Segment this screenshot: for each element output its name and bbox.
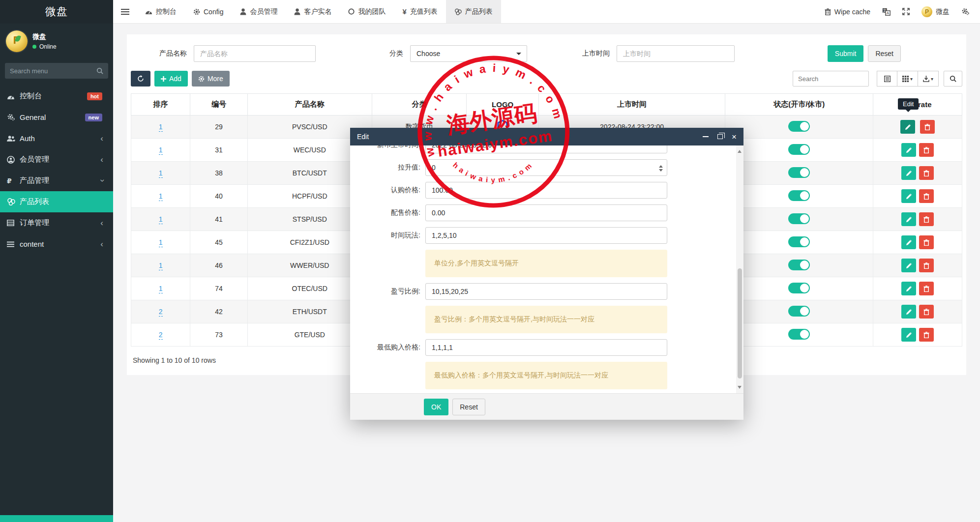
sidebar-item-auth[interactable]: Auth ‹ xyxy=(0,128,113,149)
modal-scrollbar[interactable] xyxy=(736,145,743,393)
delete-button[interactable] xyxy=(919,212,934,226)
scrollbar-thumb[interactable] xyxy=(738,268,742,378)
sort-link[interactable]: 1 xyxy=(159,169,163,178)
sidebar-item-dashboard[interactable]: 控制台 hot xyxy=(0,86,113,107)
delete-button[interactable] xyxy=(919,189,934,203)
listing-time-input[interactable] xyxy=(617,45,735,62)
pull-value-input[interactable] xyxy=(425,159,667,176)
delete-button[interactable] xyxy=(919,166,934,180)
sidebar-footer-bar[interactable] xyxy=(0,515,113,522)
allot-price-input[interactable] xyxy=(425,204,667,221)
sidebar-item-orders[interactable]: 订单管理 ‹ xyxy=(0,212,113,233)
maximize-icon[interactable] xyxy=(717,134,723,139)
refresh-button[interactable] xyxy=(131,71,150,87)
status-toggle[interactable] xyxy=(788,260,810,270)
subscribe-price-input[interactable] xyxy=(425,182,667,199)
sort-link[interactable]: 1 xyxy=(159,215,163,224)
number-spinner-icon[interactable] xyxy=(659,163,663,174)
minimize-icon[interactable] xyxy=(703,136,709,137)
edit-button[interactable] xyxy=(900,120,915,134)
nav-tab-product-list[interactable]: 产品列表 xyxy=(446,0,501,23)
settings-gears-icon[interactable] xyxy=(961,8,969,15)
add-button[interactable]: Add xyxy=(154,71,188,87)
product-name-input[interactable] xyxy=(194,45,316,62)
nav-tab-config[interactable]: Config xyxy=(185,0,232,23)
status-toggle[interactable] xyxy=(788,144,810,155)
delete-button[interactable] xyxy=(919,328,934,342)
edit-button[interactable] xyxy=(901,235,916,249)
sort-link[interactable]: 1 xyxy=(159,285,163,293)
sort-link[interactable]: 1 xyxy=(159,123,163,132)
status-toggle[interactable] xyxy=(788,236,810,247)
col-sort[interactable]: 排序 xyxy=(131,94,190,116)
col-time[interactable]: 上市时间 xyxy=(538,94,725,116)
fullscreen-icon[interactable] xyxy=(902,8,910,15)
more-button[interactable]: More xyxy=(192,71,230,87)
nav-tab-team[interactable]: 我的团队 xyxy=(340,0,394,23)
modal-reset-button[interactable]: Reset xyxy=(452,399,485,415)
status-toggle[interactable] xyxy=(788,213,810,224)
modal-titlebar[interactable]: Edit × xyxy=(350,128,743,145)
delete-button[interactable] xyxy=(920,120,935,134)
edit-button[interactable] xyxy=(901,305,916,319)
category-select[interactable]: Choose xyxy=(410,45,527,62)
status-toggle[interactable] xyxy=(788,167,810,178)
sort-link[interactable]: 2 xyxy=(159,331,163,340)
status-toggle[interactable] xyxy=(788,283,810,293)
delete-button[interactable] xyxy=(919,282,934,295)
edit-button[interactable] xyxy=(901,143,916,157)
wipe-cache-button[interactable]: Wipe cache xyxy=(825,8,870,16)
ok-button[interactable]: OK xyxy=(424,399,448,415)
sidebar-item-product-list[interactable]: 产品列表 xyxy=(0,191,113,212)
sort-link[interactable]: 1 xyxy=(159,238,163,247)
sidebar-item-general[interactable]: General new xyxy=(0,107,113,128)
delete-button[interactable] xyxy=(919,235,934,249)
edit-button[interactable] xyxy=(901,166,916,180)
edit-button[interactable] xyxy=(901,212,916,226)
pl-ratio-input[interactable] xyxy=(425,283,667,300)
delete-button[interactable] xyxy=(919,305,934,319)
listing-time-input[interactable] xyxy=(425,145,667,153)
col-logo[interactable]: LOGO xyxy=(467,94,539,116)
status-toggle[interactable] xyxy=(788,121,810,132)
delete-button[interactable] xyxy=(919,259,934,272)
col-status[interactable]: 状态(开市/休市) xyxy=(725,94,873,116)
submit-button[interactable]: Submit xyxy=(828,45,864,62)
translate-icon[interactable]: 文A xyxy=(882,8,891,16)
status-toggle[interactable] xyxy=(788,190,810,201)
scroll-up-icon[interactable] xyxy=(738,148,742,153)
paging-toggle-button[interactable] xyxy=(877,71,897,87)
delete-button[interactable] xyxy=(919,143,934,157)
table-search-input[interactable] xyxy=(793,71,869,87)
sidebar-item-members[interactable]: 会员管理 ‹ xyxy=(0,149,113,170)
nav-tab-realname[interactable]: 客户实名 xyxy=(286,0,340,23)
sort-link[interactable]: 1 xyxy=(159,261,163,270)
close-icon[interactable]: × xyxy=(732,133,737,141)
min-buy-input[interactable] xyxy=(425,339,667,356)
sort-link[interactable]: 1 xyxy=(159,192,163,201)
navbar-user[interactable]: 微盘 xyxy=(921,6,950,17)
sort-link[interactable]: 1 xyxy=(159,146,163,155)
nav-tab-recharge[interactable]: ¥ 充值列表 xyxy=(394,0,445,23)
reset-button[interactable]: Reset xyxy=(868,45,901,62)
sidebar-item-content[interactable]: content ‹ xyxy=(0,233,113,255)
columns-button[interactable]: ▾ xyxy=(897,71,918,87)
col-category[interactable]: 分类 xyxy=(372,94,467,116)
sidebar-search[interactable] xyxy=(5,63,108,79)
export-button[interactable]: ▾ xyxy=(918,71,939,87)
edit-button[interactable] xyxy=(901,259,916,272)
sidebar-search-input[interactable] xyxy=(10,67,96,75)
nav-tab-dashboard[interactable]: 控制台 xyxy=(137,0,185,23)
time-play-input[interactable] xyxy=(425,227,667,244)
sidebar-item-product-manage[interactable]: ₽ 产品管理 ‹ xyxy=(0,170,113,191)
status-toggle[interactable] xyxy=(788,329,810,340)
sort-link[interactable]: 2 xyxy=(159,308,163,317)
col-name[interactable]: 产品名称 xyxy=(247,94,372,116)
col-id[interactable]: 编号 xyxy=(190,94,247,116)
scroll-down-icon[interactable] xyxy=(738,386,742,391)
status-toggle[interactable] xyxy=(788,306,810,317)
hamburger-menu-icon[interactable] xyxy=(113,0,137,23)
search-button[interactable] xyxy=(944,71,962,87)
nav-tab-members[interactable]: 会员管理 xyxy=(232,0,286,23)
edit-button[interactable] xyxy=(901,282,916,295)
